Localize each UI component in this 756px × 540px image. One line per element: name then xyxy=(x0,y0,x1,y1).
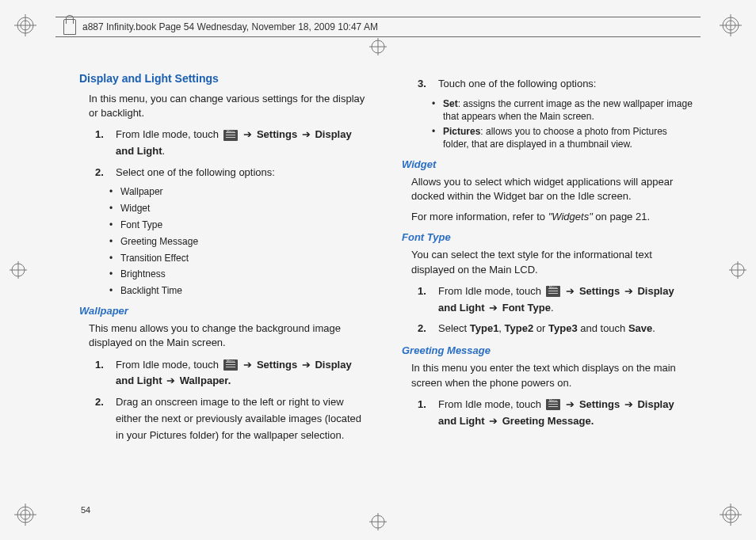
wp-step-1: From Idle mode, touch ➔ Settings ➔ Displ… xyxy=(95,357,370,390)
opt-wallpaper: Wallpaper xyxy=(109,185,370,199)
book-icon xyxy=(63,19,76,35)
header-text: a887 Infinity.book Page 54 Wednesday, No… xyxy=(82,21,378,32)
heading-widget: Widget xyxy=(402,158,693,172)
wallpaper-steps-cont: Touch one of the following options: xyxy=(418,76,693,93)
crosshair-left-icon xyxy=(10,261,27,279)
wallpaper-steps: From Idle mode, touch ➔ Settings ➔ Displ… xyxy=(95,357,370,444)
left-column: Display and Light Settings In this menu,… xyxy=(79,71,370,500)
wallpaper-options: Set: assigns the current image as the ne… xyxy=(432,97,693,151)
heading-display-light: Display and Light Settings xyxy=(79,71,370,87)
page-content: Display and Light Settings In this menu,… xyxy=(79,71,693,500)
display-light-steps: From Idle mode, touch ➔ Settings ➔ Displ… xyxy=(95,127,370,181)
option-list: Wallpaper Widget Font Type Greeting Mess… xyxy=(109,185,370,298)
ft-step-1: From Idle mode, touch ➔ Settings ➔ Displ… xyxy=(418,283,693,317)
heading-greeting: Greeting Message xyxy=(402,344,693,358)
step-2: Select one of the following options: xyxy=(95,165,370,181)
opt-backlight: Backlight Time xyxy=(109,284,370,298)
page-number: 54 xyxy=(81,505,90,515)
page-header: a887 Infinity.book Page 54 Wednesday, No… xyxy=(55,17,701,37)
crosshair-top-icon xyxy=(369,38,387,55)
registration-mark-br-icon xyxy=(720,504,742,526)
widget-p1: Allows you to select which widget applic… xyxy=(411,175,693,203)
opt-brightness: Brightness xyxy=(109,268,370,281)
opt-font-type: Font Type xyxy=(109,219,370,232)
opt-set: Set: assigns the current image as the ne… xyxy=(432,97,693,123)
registration-mark-tr-icon xyxy=(720,14,742,36)
menu-icon xyxy=(223,359,238,371)
font-intro: You can select the text style for the in… xyxy=(411,248,693,276)
step-1: From Idle mode, touch ➔ Settings ➔ Displ… xyxy=(95,127,370,160)
opt-pictures: Pictures: allows you to choose a photo f… xyxy=(432,125,693,150)
menu-icon xyxy=(546,286,560,297)
registration-mark-tl-icon xyxy=(14,14,36,36)
widget-p2: For more information, refer to "Widgets"… xyxy=(411,210,693,224)
wallpaper-intro: This menu allows you to change the backg… xyxy=(89,321,370,350)
ft-step-2: Select Type1, Type2 or Type3 and touch S… xyxy=(418,321,693,337)
menu-icon xyxy=(223,130,238,141)
wp-step-2: Drag an onscreen image to the left or ri… xyxy=(95,394,370,443)
registration-mark-bl-icon xyxy=(14,504,36,526)
gm-step-1: From Idle mode, touch ➔ Settings ➔ Displ… xyxy=(418,397,693,430)
menu-icon xyxy=(546,399,560,410)
heading-font-type: Font Type xyxy=(402,230,693,245)
right-column: Touch one of the following options: Set:… xyxy=(402,71,693,500)
opt-greeting: Greeting Message xyxy=(109,235,370,249)
crosshair-right-icon xyxy=(729,261,746,279)
opt-transition: Transition Effect xyxy=(109,252,370,265)
heading-wallpaper: Wallpaper xyxy=(79,304,370,318)
display-light-intro: In this menu, you can change various set… xyxy=(89,92,370,120)
crosshair-bottom-icon xyxy=(369,513,387,530)
wp-step-3: Touch one of the following options: xyxy=(418,76,693,93)
greeting-steps: From Idle mode, touch ➔ Settings ➔ Displ… xyxy=(418,397,693,430)
opt-widget: Widget xyxy=(109,202,370,215)
font-steps: From Idle mode, touch ➔ Settings ➔ Displ… xyxy=(418,283,693,337)
greeting-intro: In this menu you enter the text which di… xyxy=(411,361,693,390)
